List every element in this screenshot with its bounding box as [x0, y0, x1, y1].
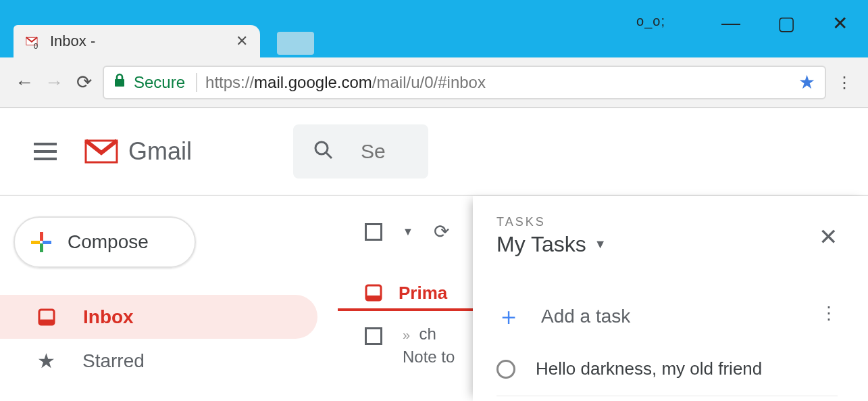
forward-button[interactable]: → — [43, 72, 65, 93]
mail-snippet: Note to — [403, 348, 455, 367]
inbox-column: ▼ ⟳ Prima » ch Note to — [338, 196, 473, 401]
sidebar-item-label: Inbox — [83, 306, 134, 328]
bookmark-star-icon[interactable]: ★ — [798, 71, 815, 93]
gmail-logo[interactable]: Gmail — [84, 137, 192, 166]
inbox-icon — [37, 308, 56, 327]
task-text: Hello darkness, my old friend — [536, 358, 762, 379]
mail-row-checkbox[interactable] — [365, 327, 382, 345]
chevron-down-icon: ▼ — [594, 237, 607, 252]
close-window-button[interactable]: ✕ — [832, 12, 848, 34]
primary-tab-label: Prima — [399, 283, 447, 304]
compose-button[interactable]: Compose — [14, 216, 196, 268]
tab-primary[interactable]: Prima — [338, 277, 473, 311]
sidebar-item-inbox[interactable]: Inbox — [0, 295, 317, 339]
refresh-button[interactable]: ⟳ — [434, 220, 449, 243]
window-emoji: o_o; — [636, 14, 665, 29]
svg-rect-3 — [40, 232, 43, 241]
svg-line-2 — [326, 153, 332, 158]
tasks-close-button[interactable]: ✕ — [819, 223, 838, 250]
window-titlebar: o_o; — ▢ ✕ 0 Inbox - ✕ — [0, 0, 868, 57]
reload-button[interactable]: ⟳ — [73, 71, 95, 93]
mail-sender: ch — [419, 325, 436, 343]
task-item[interactable]: Hello darkness, my old friend — [496, 342, 838, 396]
tasks-list-selector[interactable]: My Tasks ▼ — [496, 232, 838, 257]
plus-icon: ＋ — [496, 304, 521, 329]
sidebar-item-starred[interactable]: ★ Starred — [0, 339, 317, 383]
tasks-subtitle: TASKS — [496, 215, 838, 229]
sidebar-item-label: Starred — [82, 350, 145, 372]
separator — [196, 73, 197, 92]
tasks-list-name: My Tasks — [496, 232, 586, 257]
svg-rect-10 — [366, 296, 381, 300]
svg-point-1 — [315, 142, 328, 154]
primary-tab-icon — [365, 284, 382, 302]
gmail-header: Gmail — [0, 108, 868, 196]
main-menu-button[interactable] — [34, 143, 57, 160]
task-item[interactable] — [496, 396, 838, 401]
svg-rect-5 — [31, 241, 40, 244]
svg-rect-4 — [40, 243, 43, 252]
task-complete-toggle[interactable] — [496, 360, 515, 379]
minimize-button[interactable]: — — [721, 12, 740, 34]
tasks-panel: TASKS My Tasks ▼ ✕ ＋ Add a task ⋮ Hello … — [473, 196, 868, 401]
browser-tab-active[interactable]: 0 Inbox - ✕ — [14, 25, 260, 57]
favicon-badge: 0 — [34, 42, 38, 50]
left-nav: Compose Inbox ★ Starred — [0, 196, 338, 401]
important-marker-icon: » — [403, 327, 410, 342]
search-input[interactable] — [361, 140, 401, 163]
compose-plus-icon — [30, 231, 53, 254]
maximize-button[interactable]: ▢ — [777, 12, 795, 34]
new-tab-button[interactable] — [277, 32, 314, 55]
secure-label: Secure — [134, 73, 185, 92]
star-icon: ★ — [37, 349, 55, 373]
svg-rect-6 — [43, 241, 51, 244]
tab-close-icon[interactable]: ✕ — [236, 32, 248, 50]
svg-rect-0 — [115, 79, 124, 87]
search-icon — [313, 140, 334, 163]
address-bar[interactable]: Secure https://mail.google.com/mail/u/0/… — [103, 66, 826, 99]
select-all-checkbox[interactable] — [365, 223, 382, 241]
select-dropdown-icon[interactable]: ▼ — [403, 226, 413, 238]
back-button[interactable]: ← — [14, 72, 35, 93]
gmail-logo-icon — [84, 138, 119, 165]
add-task-button[interactable]: ＋ Add a task — [496, 304, 838, 342]
add-task-label: Add a task — [541, 306, 630, 327]
browser-menu-button[interactable]: ⋮ — [834, 73, 854, 92]
gmail-favicon-icon: 0 — [26, 33, 42, 49]
svg-rect-8 — [39, 320, 54, 325]
search-box[interactable] — [293, 124, 428, 179]
mail-row[interactable]: » ch Note to — [338, 311, 473, 367]
lock-icon — [113, 73, 126, 91]
compose-label: Compose — [68, 231, 149, 253]
browser-toolbar: ← → ⟳ Secure https://mail.google.com/mai… — [0, 57, 868, 108]
url-text: https://mail.google.com/mail/u/0/#inbox — [205, 73, 486, 92]
tab-title: Inbox - — [50, 32, 228, 50]
tasks-menu-button[interactable]: ⋮ — [820, 303, 838, 324]
gmail-logo-text: Gmail — [128, 137, 192, 166]
